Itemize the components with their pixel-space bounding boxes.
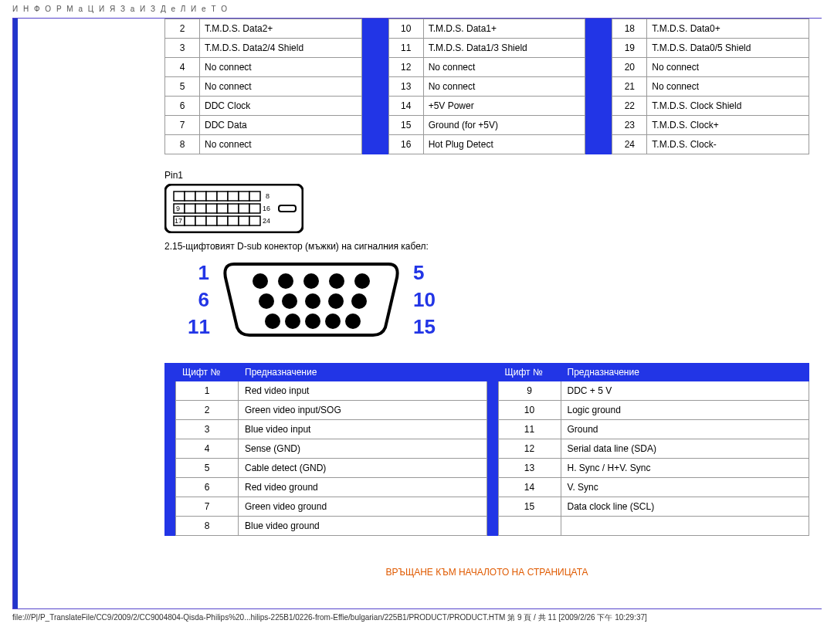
svg-rect-19	[195, 216, 206, 225]
dvi-pin-table: 2T.M.D.S. Data2+ 3T.M.D.S. Data2/4 Shiel…	[164, 19, 809, 154]
vga-num-right-15: 15	[413, 315, 435, 339]
svg-rect-13	[217, 204, 228, 213]
svg-rect-7	[239, 192, 249, 201]
svg-rect-6	[228, 192, 239, 201]
svg-rect-25	[279, 205, 296, 212]
svg-point-28	[303, 273, 319, 289]
svg-point-32	[282, 293, 297, 309]
vga-connector-icon	[219, 259, 404, 340]
vga-pin-tables: Щифт № Предназначение 1Red video input 2…	[164, 363, 809, 536]
dvi-pin-24: 24	[263, 217, 270, 225]
vga-connector-figure: 1 6 11	[188, 259, 809, 340]
back-to-top-link[interactable]: ВРЪЩАНЕ КЪМ НАЧАЛОТО НА СТРАНИЦАТА	[164, 567, 809, 578]
blue-separator	[362, 19, 388, 154]
dvi-col3: 18T.M.D.S. Data0+ 19T.M.D.S. Data0/5 Shi…	[612, 19, 809, 154]
dvi-pin1-label: Pin1	[164, 170, 809, 181]
dvi-connector-figure: Pin1 8 9	[164, 170, 809, 233]
svg-point-31	[259, 293, 274, 309]
svg-point-29	[329, 273, 344, 289]
vga-num-left-6: 6	[188, 288, 209, 312]
svg-point-35	[351, 293, 367, 309]
vga-num-right-5: 5	[413, 261, 435, 285]
blue-separator	[585, 19, 612, 154]
blue-separator	[164, 363, 175, 536]
dvi-connector-icon: 8 9 16 17 24	[164, 184, 303, 233]
svg-point-26	[253, 273, 268, 289]
vga-header-pin: Щифт №	[498, 364, 561, 381]
vga-num-left-1: 1	[188, 261, 209, 285]
svg-point-33	[305, 293, 320, 309]
svg-point-38	[305, 314, 320, 329]
svg-rect-8	[249, 192, 260, 201]
dsub-heading: 2.15-щифтовият D-sub конектор (мъжки) на…	[164, 241, 809, 252]
vga-header-assign: Предназначение	[561, 364, 809, 381]
dvi-pin-16: 16	[263, 205, 270, 212]
svg-point-37	[285, 314, 300, 329]
svg-point-36	[265, 314, 280, 329]
svg-rect-1	[174, 192, 185, 201]
svg-rect-18	[185, 216, 195, 225]
dvi-pin-17: 17	[175, 217, 182, 225]
svg-rect-20	[206, 216, 217, 225]
svg-rect-16	[249, 204, 260, 213]
svg-rect-3	[195, 192, 206, 201]
svg-rect-14	[228, 204, 239, 213]
vga-table-right: Щифт № Предназначение 9DDC + 5 V 10Logic…	[498, 363, 810, 536]
dvi-pin-9: 9	[176, 205, 180, 212]
svg-point-27	[278, 273, 293, 289]
dvi-col2: 10T.M.D.S. Data1+ 11T.M.D.S. Data1/3 Shi…	[388, 19, 586, 154]
svg-rect-4	[206, 192, 217, 201]
svg-point-39	[325, 314, 341, 329]
source-path: file:///P|/P_TranslateFile/CC9/2009/2/CC…	[0, 609, 834, 626]
dvi-col1: 2T.M.D.S. Data2+ 3T.M.D.S. Data2/4 Shiel…	[164, 19, 362, 154]
svg-point-34	[328, 293, 344, 309]
svg-rect-11	[195, 204, 206, 213]
svg-rect-24	[249, 216, 260, 225]
vga-num-left-11: 11	[188, 315, 209, 339]
svg-rect-23	[239, 216, 249, 225]
svg-rect-10	[185, 204, 195, 213]
svg-point-30	[354, 273, 370, 289]
svg-rect-2	[185, 192, 195, 201]
svg-rect-21	[217, 216, 228, 225]
blue-separator	[487, 363, 498, 536]
content-frame: 2T.M.D.S. Data2+ 3T.M.D.S. Data2/4 Shiel…	[12, 18, 822, 609]
svg-rect-22	[228, 216, 239, 225]
page-title: И Н Ф О Р М а Ц И Я З а И З Д е Л И е Т …	[0, 0, 834, 18]
dvi-pin-8: 8	[266, 192, 270, 200]
vga-header-pin: Щифт №	[176, 364, 239, 381]
vga-num-right-10: 10	[413, 288, 435, 312]
svg-point-40	[345, 314, 361, 329]
svg-rect-15	[239, 204, 249, 213]
vga-table-left: Щифт № Предназначение 1Red video input 2…	[175, 363, 487, 536]
svg-rect-12	[206, 204, 217, 213]
vga-header-assign: Предназначение	[239, 364, 487, 381]
svg-rect-5	[217, 192, 228, 201]
